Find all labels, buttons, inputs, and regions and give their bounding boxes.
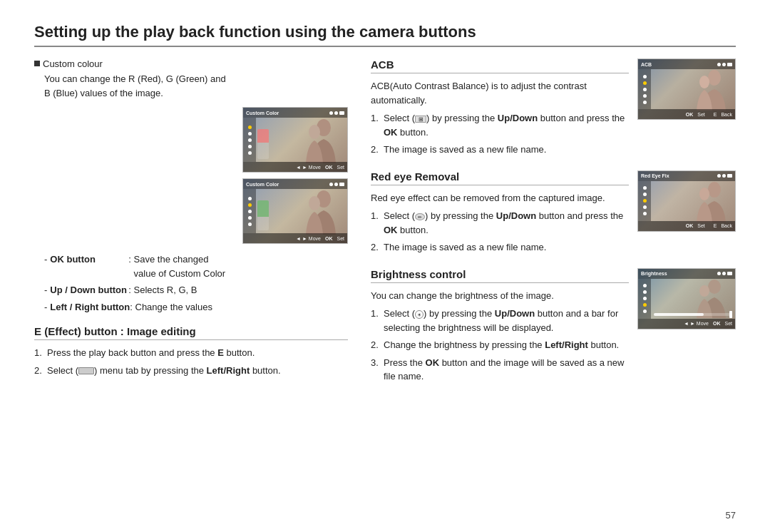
page-title: Setting up the play back function using … <box>34 23 736 47</box>
button-labels-section: - OK button : Save the changed value of … <box>44 252 348 314</box>
brightness-desc: You can change the brightness of the ima… <box>371 289 629 303</box>
e-effect-steps: Press the play back button and press the… <box>34 346 348 377</box>
svg-point-4 <box>708 70 721 86</box>
svg-point-3 <box>309 196 320 210</box>
camera-image-redeye: Red Eye Fix <box>637 170 736 232</box>
red-eye-desc: Red eye effect can be removed from the c… <box>371 191 629 205</box>
svg-point-6 <box>708 182 721 198</box>
bullet-icon <box>34 61 40 66</box>
camera-image-brightness: Brightness <box>637 268 736 329</box>
svg-point-5 <box>699 76 709 88</box>
custom-colour-label: Custom colour <box>43 58 103 69</box>
cam-move-label: ◄ ► Move <box>296 165 321 170</box>
cam-label-custom-color-2: Custom Color <box>246 182 279 187</box>
cam-move-label-2: ◄ ► Move <box>296 236 321 241</box>
red-eye-title: Red eye Removal <box>371 170 629 185</box>
page-number: 57 <box>726 510 736 521</box>
svg-point-1 <box>309 125 320 139</box>
cam-set-label: Set <box>337 165 344 170</box>
acb-desc: ACB(Auto Contrast Balance) is to adjust … <box>371 79 629 107</box>
e-effect-title: E (Effect) button : Image editing <box>34 325 348 340</box>
acb-title: ACB <box>371 58 629 73</box>
custom-colour-desc: You can change the R (Red), G (Green) an… <box>44 72 348 100</box>
cam-set-label-2: Set <box>337 236 344 241</box>
cam-label-custom-color: Custom Color <box>246 111 279 116</box>
cam-ok-label-2: OK <box>325 236 333 241</box>
brightness-steps: Select (☀) by pressing the Up/Down butto… <box>371 307 629 384</box>
camera-image-acb: ACB <box>637 58 736 120</box>
acb-steps: Select (⊞) by pressing the Up/Down butto… <box>371 111 629 157</box>
svg-point-8 <box>708 280 721 294</box>
cam-ok-label: OK <box>325 165 333 170</box>
svg-point-7 <box>699 188 709 200</box>
camera-image-custom-color-1: Custom Color <box>242 107 348 173</box>
red-eye-steps: Select (✏) by pressing the Up/Down butto… <box>371 209 629 255</box>
camera-image-custom-color-2: Custom Color <box>242 178 348 244</box>
brightness-title: Brightness control <box>371 268 629 283</box>
svg-point-9 <box>699 285 709 297</box>
